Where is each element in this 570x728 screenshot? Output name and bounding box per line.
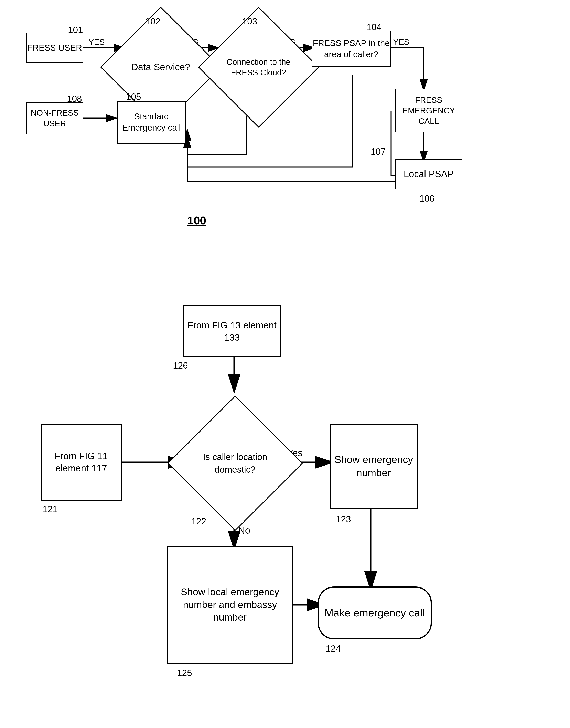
figure-2: Yes No From FIG 13 element 133 126 From … <box>20 293 550 721</box>
fress-psap-box: FRESS PSAP in the area of caller? <box>312 31 391 67</box>
ref-102: 102 <box>146 16 161 26</box>
ref-125: 125 <box>177 668 192 678</box>
ref-104: 104 <box>367 22 381 32</box>
ref-103: 103 <box>242 16 257 26</box>
ref-126: 126 <box>173 360 188 371</box>
svg-text:No: No <box>238 525 250 536</box>
fress-emergency-box: FRESS EMERGENCY CALL <box>395 89 463 132</box>
diagrams-container: YES YES YES YES NO NO <box>16 12 554 721</box>
non-fress-user-box: NON-FRESS USER <box>26 102 83 134</box>
svg-text:107: 107 <box>371 147 385 157</box>
local-psap-box: Local PSAP <box>395 159 463 189</box>
make-emergency-call-box: Make emergency call <box>318 587 432 639</box>
connection-diamond: Connection to the FRESS Cloud? <box>216 24 301 110</box>
ref-123: 123 <box>336 514 351 524</box>
show-emergency-box: Show emergency number <box>330 424 417 509</box>
fig1-label: 100 <box>187 214 206 227</box>
ref-105: 105 <box>126 92 141 102</box>
svg-text:YES: YES <box>88 37 105 46</box>
from-fig11-box: From FIG 11 element 117 <box>41 424 122 501</box>
caller-location-diamond: Is caller location domestic? <box>187 416 283 511</box>
show-local-emergency-box: Show local emergency number and embassy … <box>167 546 293 664</box>
ref-121: 121 <box>43 504 57 514</box>
from-fig13-box: From FIG 13 element 133 <box>183 305 281 357</box>
figure-1: YES YES YES YES NO NO <box>20 12 550 277</box>
fress-user-box: FRESS USER <box>26 33 83 63</box>
ref-106: 106 <box>419 193 435 204</box>
standard-emergency-box: Standard Emergency call <box>117 101 186 143</box>
ref-108: 108 <box>67 94 82 104</box>
ref-101: 101 <box>68 25 83 35</box>
svg-text:YES: YES <box>393 37 409 46</box>
ref-122: 122 <box>191 516 206 526</box>
ref-124: 124 <box>326 644 341 654</box>
